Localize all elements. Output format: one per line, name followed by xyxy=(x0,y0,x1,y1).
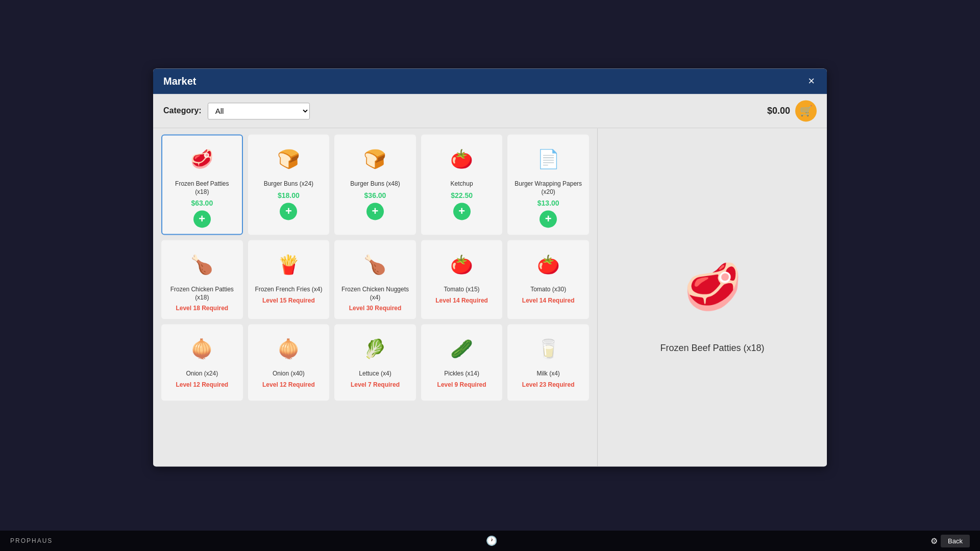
product-card-burger-buns-24[interactable]: 🍞Burger Buns (x24)$18.00+ xyxy=(248,134,330,235)
cart-price: $0.00 xyxy=(767,106,790,116)
product-card-burger-buns-48[interactable]: 🍞Burger Buns (x48)$36.00+ xyxy=(334,134,416,235)
product-image-burger-buns-24: 🍞 xyxy=(268,141,309,177)
product-price-burger-buns-24: $18.00 xyxy=(278,191,300,199)
product-card-onion-40[interactable]: 🧅Onion (x40)Level 12 Required xyxy=(248,324,330,401)
product-name-burger-buns-48: Burger Buns (x48) xyxy=(350,180,400,188)
product-image-tomato-15: 🍅 xyxy=(442,247,482,283)
market-modal: Market × Category: All Meat Bread Sauces… xyxy=(153,68,827,466)
product-name-tomato-15: Tomato (x15) xyxy=(444,286,480,294)
product-level-frozen-french-fries: Level 15 Required xyxy=(262,297,315,304)
product-card-burger-wrapping-papers[interactable]: 📄Burger Wrapping Papers (x20)$13.00+ xyxy=(507,134,589,235)
product-level-onion-40: Level 12 Required xyxy=(262,381,315,388)
product-image-burger-buns-48: 🍞 xyxy=(355,141,396,177)
product-name-pickles-14: Pickles (x14) xyxy=(444,370,479,379)
product-card-frozen-beef-patties[interactable]: 🥩Frozen Beef Patties (x18)$63.00+ xyxy=(161,134,243,235)
product-image-onion-40: 🧅 xyxy=(268,332,309,367)
brand-label: PROPHAUS xyxy=(10,537,53,544)
clock-icon: 🕐 xyxy=(486,535,497,546)
product-image-lettuce-4: 🥬 xyxy=(355,332,396,367)
product-level-tomato-30: Level 14 Required xyxy=(522,297,575,304)
add-button-ketchup[interactable]: + xyxy=(453,203,471,220)
product-name-frozen-chicken-patties: Frozen Chicken Patties (x18) xyxy=(167,286,237,302)
product-card-frozen-chicken-patties[interactable]: 🍗Frozen Chicken Patties (x18)Level 18 Re… xyxy=(161,240,243,319)
product-card-pickles-14[interactable]: 🥒Pickles (x14)Level 9 Required xyxy=(421,324,503,401)
product-card-milk-4[interactable]: 🥛Milk (x4)Level 23 Required xyxy=(507,324,589,401)
category-select[interactable]: All Meat Bread Sauces Vegetables Dairy xyxy=(208,103,310,119)
product-level-frozen-chicken-nuggets: Level 30 Required xyxy=(349,305,402,312)
product-image-ketchup: 🍅 xyxy=(442,141,482,177)
add-button-burger-buns-48[interactable]: + xyxy=(366,203,384,220)
controller-icon: ⚙ xyxy=(930,536,938,546)
detail-image: 🥩 xyxy=(662,241,764,333)
modal-toolbar: Category: All Meat Bread Sauces Vegetabl… xyxy=(153,94,827,128)
product-card-tomato-15[interactable]: 🍅Tomato (x15)Level 14 Required xyxy=(421,240,503,319)
product-card-tomato-30[interactable]: 🍅Tomato (x30)Level 14 Required xyxy=(507,240,589,319)
detail-product-name: Frozen Beef Patties (x18) xyxy=(660,343,764,354)
product-image-frozen-chicken-patties: 🍗 xyxy=(182,247,223,283)
category-label: Category: xyxy=(163,106,202,115)
product-card-frozen-chicken-nuggets[interactable]: 🍗Frozen Chicken Nuggets (x4)Level 30 Req… xyxy=(334,240,416,319)
back-button[interactable]: Back xyxy=(941,535,970,547)
product-image-frozen-chicken-nuggets: 🍗 xyxy=(355,247,396,283)
product-card-frozen-french-fries[interactable]: 🍟Frozen French Fries (x4)Level 15 Requir… xyxy=(248,240,330,319)
product-image-onion-24: 🧅 xyxy=(182,332,223,367)
product-image-pickles-14: 🥒 xyxy=(442,332,482,367)
product-name-burger-wrapping-papers: Burger Wrapping Papers (x20) xyxy=(513,180,583,196)
product-level-milk-4: Level 23 Required xyxy=(522,381,575,388)
add-button-burger-buns-24[interactable]: + xyxy=(280,203,297,220)
add-button-frozen-beef-patties[interactable]: + xyxy=(193,211,211,228)
modal-title: Market xyxy=(163,76,196,87)
product-name-lettuce-4: Lettuce (x4) xyxy=(359,370,391,379)
product-name-burger-buns-24: Burger Buns (x24) xyxy=(264,180,313,188)
modal-body: 🥩Frozen Beef Patties (x18)$63.00+🍞Burger… xyxy=(153,128,827,466)
product-grid: 🥩Frozen Beef Patties (x18)$63.00+🍞Burger… xyxy=(161,134,589,400)
product-price-ketchup: $22.50 xyxy=(451,191,473,199)
cart-area: $0.00 🛒 xyxy=(767,100,817,121)
product-image-tomato-30: 🍅 xyxy=(528,247,569,283)
detail-panel: 🥩 Frozen Beef Patties (x18) xyxy=(597,128,827,466)
product-name-tomato-30: Tomato (x30) xyxy=(530,286,566,294)
product-level-pickles-14: Level 9 Required xyxy=(437,381,486,388)
product-level-onion-24: Level 12 Required xyxy=(176,381,228,388)
product-name-ketchup: Ketchup xyxy=(451,180,473,188)
product-price-burger-buns-48: $36.00 xyxy=(364,191,386,199)
product-level-lettuce-4: Level 7 Required xyxy=(351,381,400,388)
category-row: Category: All Meat Bread Sauces Vegetabl… xyxy=(163,103,310,119)
product-name-frozen-french-fries: Frozen French Fries (x4) xyxy=(255,286,322,294)
product-name-frozen-beef-patties: Frozen Beef Patties (x18) xyxy=(167,180,237,196)
product-card-lettuce-4[interactable]: 🥬Lettuce (x4)Level 7 Required xyxy=(334,324,416,401)
product-name-onion-24: Onion (x24) xyxy=(186,370,218,379)
product-card-onion-24[interactable]: 🧅Onion (x24)Level 12 Required xyxy=(161,324,243,401)
product-price-burger-wrapping-papers: $13.00 xyxy=(537,199,559,208)
back-area: ⚙ Back xyxy=(930,535,970,547)
cart-button[interactable]: 🛒 xyxy=(795,100,817,121)
product-price-frozen-beef-patties: $63.00 xyxy=(191,199,213,208)
bottom-bar: PROPHAUS 🕐 ⚙ Back xyxy=(0,531,980,551)
product-image-frozen-french-fries: 🍟 xyxy=(268,247,309,283)
product-grid-container[interactable]: 🥩Frozen Beef Patties (x18)$63.00+🍞Burger… xyxy=(153,128,597,466)
modal-header: Market × xyxy=(153,68,827,94)
close-button[interactable]: × xyxy=(806,74,817,88)
product-level-frozen-chicken-patties: Level 18 Required xyxy=(176,305,228,312)
product-image-frozen-beef-patties: 🥩 xyxy=(182,141,223,177)
product-card-ketchup[interactable]: 🍅Ketchup$22.50+ xyxy=(421,134,503,235)
product-name-onion-40: Onion (x40) xyxy=(273,370,305,379)
add-button-burger-wrapping-papers[interactable]: + xyxy=(540,211,557,228)
product-image-milk-4: 🥛 xyxy=(528,332,569,367)
product-level-tomato-15: Level 14 Required xyxy=(435,297,488,304)
product-name-milk-4: Milk (x4) xyxy=(537,370,560,379)
product-name-frozen-chicken-nuggets: Frozen Chicken Nuggets (x4) xyxy=(340,286,410,302)
product-image-burger-wrapping-papers: 📄 xyxy=(528,141,569,177)
game-screen: Market × Category: All Meat Bread Sauces… xyxy=(0,0,980,551)
